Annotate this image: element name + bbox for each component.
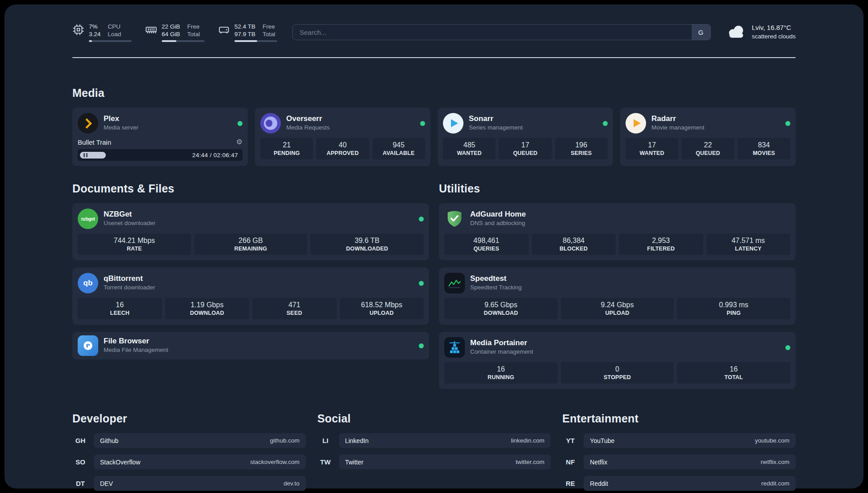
service-subtitle: Torrent downloader — [104, 283, 155, 292]
ram-icon — [145, 24, 157, 38]
search-input[interactable] — [293, 25, 692, 40]
stat-pending: 21PENDING — [260, 138, 313, 159]
status-dot — [785, 121, 790, 126]
service-card-plex[interactable]: Plex Media server Bullet Train ⚙ 24:44 /… — [72, 108, 248, 166]
bookmark-url: reddit.com — [761, 480, 789, 487]
ram-total: 64 GiB — [162, 30, 180, 38]
bookmark-url: youtube.com — [755, 437, 789, 444]
section-media: Media Plex Media server Bullet Tra — [72, 87, 796, 166]
bookmark-abbr: NF — [562, 458, 578, 466]
bookmark-youtube[interactable]: YT YouTube youtube.com — [562, 433, 796, 448]
status-dot — [785, 345, 790, 350]
status-dot — [419, 343, 424, 348]
section-utilities: Utilities — [439, 182, 796, 389]
ram-metric: 22 GiB 64 GiB Free Total — [145, 23, 204, 42]
bookmark-url: dev.to — [284, 480, 300, 487]
bookmark-linkedin[interactable]: LI LinkedIn linkedin.com — [317, 433, 551, 448]
radarr-icon — [626, 113, 646, 134]
search-engine-button[interactable]: G — [692, 25, 710, 40]
service-card-overseerr[interactable]: Overseerr Media Requests 21PENDING 40APP… — [255, 108, 430, 166]
bookmark-netflix[interactable]: NF Netflix netflix.com — [562, 455, 796, 469]
disk-progressbar — [234, 40, 277, 42]
disk-free: 52.4 TB — [234, 23, 255, 30]
service-name: NZBGet — [104, 210, 155, 219]
service-card-speedtest[interactable]: Speedtest Speedtest Tracking 9.65 GbpsDO… — [439, 267, 796, 325]
stat-available: 945AVAILABLE — [372, 138, 425, 159]
stat-queued: 22QUEUED — [681, 138, 734, 159]
bookmark-name: StackOverflow — [100, 459, 140, 466]
documents-section-title: Documents & Files — [72, 182, 429, 195]
weather-widget[interactable]: Lviv, 16.87°C scattered clouds — [726, 23, 796, 41]
service-name: Overseerr — [286, 114, 330, 123]
utilities-section-title: Utilities — [439, 182, 796, 195]
service-card-qbittorrent[interactable]: qb qBittorrent Torrent downloader 16LEEC… — [72, 267, 429, 325]
service-card-filebrowser[interactable]: File Browser Media File Management — [72, 332, 429, 359]
stat-queued: 17QUEUED — [499, 138, 551, 159]
stat-upload: 618.52 MbpsUPLOAD — [340, 298, 424, 319]
qbittorrent-icon: qb — [78, 273, 98, 293]
bookmark-name: DEV — [100, 480, 113, 487]
status-dot — [420, 121, 425, 126]
developer-section-title: Developer — [72, 412, 306, 425]
service-name: Speedtest — [470, 274, 522, 283]
stat-running: 16RUNNING — [444, 362, 558, 384]
service-card-nzbget[interactable]: nzbget NZBGet Usenet downloader 744.21 M… — [72, 203, 429, 260]
service-subtitle: Media File Management — [104, 346, 168, 355]
service-subtitle: Usenet downloader — [104, 219, 155, 228]
cpu-progressbar — [89, 40, 132, 42]
top-bar: 7% 3.24 CPU Load — [72, 21, 796, 44]
stat-queries: 498,461QUERIES — [444, 234, 529, 255]
service-card-radarr[interactable]: Radarr Movie management 17WANTED 22QUEUE… — [620, 108, 796, 166]
bookmark-name: LinkedIn — [345, 437, 369, 444]
bookmark-name: YouTube — [590, 437, 614, 444]
social-section-title: Social — [317, 412, 551, 425]
stat-rate: 744.21 MbpsRATE — [78, 234, 191, 255]
stat-ping: 0.993 msPING — [677, 298, 790, 319]
service-name: AdGuard Home — [470, 210, 526, 219]
status-dot — [419, 217, 424, 221]
service-card-portainer[interactable]: Media Portainer Container management 16R… — [439, 332, 796, 389]
sonarr-icon — [443, 113, 463, 134]
media-section-title: Media — [72, 87, 796, 100]
system-metrics: 7% 3.24 CPU Load — [72, 23, 277, 42]
stat-wanted: 485WANTED — [443, 138, 496, 159]
stat-wanted: 17WANTED — [626, 138, 678, 159]
bookmarks-social: Social LI LinkedIn linkedin.com TW Twitt… — [317, 412, 551, 476]
portainer-icon — [444, 337, 465, 358]
service-card-sonarr[interactable]: Sonarr Series management 485WANTED 17QUE… — [438, 108, 613, 166]
stat-download: 9.65 GbpsDOWNLOAD — [444, 298, 558, 319]
bookmark-name: Github — [100, 437, 118, 444]
playback-progressbar[interactable]: 24:44 / 02:06:47 — [78, 149, 242, 161]
bookmark-abbr: SO — [72, 458, 88, 466]
bookmark-github[interactable]: GH Github github.com — [72, 433, 306, 448]
disk-total: 97.9 TB — [234, 30, 255, 38]
bookmark-url: linkedin.com — [511, 437, 544, 444]
service-subtitle: Container management — [470, 347, 533, 356]
plex-now-playing-widget: Bullet Train ⚙ 24:44 / 02:06:47 — [78, 137, 242, 161]
bookmark-url: twitter.com — [516, 459, 545, 465]
bookmark-dev[interactable]: DT DEV dev.to — [72, 476, 306, 491]
service-subtitle: Movie management — [651, 123, 705, 132]
plex-icon — [78, 113, 98, 134]
cpu-label-bottom: Load — [108, 30, 121, 38]
bookmark-stackoverflow[interactable]: SO StackOverflow stackoverflow.com — [72, 455, 306, 469]
status-dot — [238, 121, 242, 126]
ram-label-bottom: Total — [187, 30, 200, 38]
section-documents-files: Documents & Files nzbget NZBGet Usenet d… — [72, 182, 429, 359]
bookmarks-developer: Developer GH Github github.com SO StackO… — [72, 412, 306, 493]
pause-icon[interactable] — [80, 152, 106, 159]
stat-stopped: 0STOPPED — [561, 362, 674, 384]
stat-download: 1.19 GbpsDOWNLOAD — [165, 298, 250, 319]
bookmark-name: Twitter — [345, 459, 363, 466]
service-card-adguard[interactable]: AdGuard Home DNS and adblocking 498,461Q… — [439, 203, 796, 260]
disk-label-bottom: Total — [263, 30, 275, 38]
cloud-icon — [726, 25, 747, 40]
bookmark-name: Reddit — [590, 480, 608, 487]
bookmark-reddit[interactable]: RE Reddit reddit.com — [562, 476, 796, 491]
bookmarks-entertainment: Entertainment YT YouTube youtube.com NF … — [562, 412, 796, 493]
bookmark-abbr: RE — [562, 480, 578, 487]
bookmark-url: stackoverflow.com — [250, 459, 299, 465]
settings-gear-icon[interactable]: ⚙ — [236, 138, 242, 146]
ram-label-top: Free — [187, 23, 200, 30]
bookmark-twitter[interactable]: TW Twitter twitter.com — [317, 455, 551, 469]
